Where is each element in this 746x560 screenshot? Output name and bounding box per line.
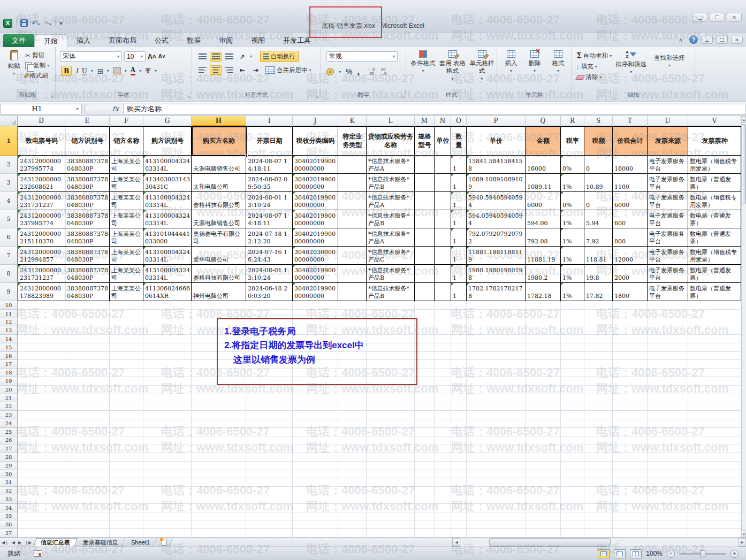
cell-I37[interactable]: [246, 529, 293, 538]
cell-O3[interactable]: 1: [451, 174, 467, 192]
cell-T29[interactable]: [613, 462, 648, 470]
cell-V16[interactable]: [688, 352, 741, 360]
cell-M34[interactable]: [415, 504, 435, 512]
annotation-text-box[interactable]: 1.登录电子税务局 2.将指定日期的发票导出到excel中 这里以销售发票为例: [217, 318, 417, 385]
cell-R2[interactable]: 0%: [561, 156, 584, 174]
name-box[interactable]: H1 ▾: [1, 104, 82, 114]
cell-P5[interactable]: 594.059405940594: [467, 210, 526, 228]
row-header-3[interactable]: 3: [0, 174, 18, 192]
cell-D31[interactable]: [18, 478, 65, 487]
header-cell-U1[interactable]: 发票来源: [648, 126, 688, 156]
cell-M5[interactable]: [415, 210, 435, 228]
cell-E27[interactable]: [65, 444, 110, 453]
cell-O2[interactable]: 1: [451, 156, 467, 174]
cell-H28[interactable]: [192, 453, 246, 462]
row-header-9[interactable]: 9: [0, 283, 18, 301]
decrease-indent-icon[interactable]: ⇤: [237, 65, 248, 75]
cell-N14[interactable]: [435, 335, 451, 343]
cell-O16[interactable]: [451, 352, 467, 360]
cell-S17[interactable]: [584, 360, 613, 369]
cell-N24[interactable]: [435, 419, 451, 428]
shrink-font-icon[interactable]: A˅: [158, 53, 165, 59]
cell-L6[interactable]: *信息技术服务*产品A: [367, 228, 415, 247]
cell-S33[interactable]: [584, 495, 613, 504]
cell-I35[interactable]: [246, 512, 293, 521]
font-color-icon[interactable]: A: [131, 66, 135, 75]
cell-U21[interactable]: [648, 394, 688, 403]
cell-M37[interactable]: [415, 529, 435, 538]
cell-R17[interactable]: [561, 360, 584, 369]
cell-M21[interactable]: [415, 394, 435, 403]
cell-D25[interactable]: [18, 428, 65, 436]
scroll-up-icon[interactable]: ▲: [742, 116, 746, 123]
cell-L23[interactable]: [367, 411, 415, 419]
column-header-U[interactable]: U: [648, 116, 688, 126]
cell-U35[interactable]: [648, 512, 688, 521]
header-cell-D1[interactable]: 数电票号码: [18, 126, 65, 156]
cell-N22[interactable]: [435, 402, 451, 411]
cell-K29[interactable]: [338, 462, 367, 470]
cell-V15[interactable]: [688, 343, 741, 352]
cell-H6[interactable]: 奥德赛电子有限公司: [192, 228, 246, 247]
cell-K30[interactable]: [338, 470, 367, 479]
row-header-36[interactable]: 36: [0, 520, 18, 529]
cell-Q8[interactable]: 1980.2: [526, 265, 561, 283]
cell-N6[interactable]: [435, 228, 451, 247]
align-left-icon[interactable]: [196, 65, 208, 75]
macro-record-icon[interactable]: [34, 550, 42, 557]
cell-G11[interactable]: [143, 310, 192, 318]
cell-F29[interactable]: [110, 462, 143, 470]
cell-S29[interactable]: [584, 462, 613, 470]
cell-H24[interactable]: [192, 419, 246, 428]
cell-R11[interactable]: [561, 310, 584, 318]
cell-H7[interactable]: 爱华电脑公司: [192, 247, 246, 265]
header-cell-H1[interactable]: 购买方名称: [192, 126, 246, 156]
cell-U9[interactable]: 电子发票服务平台: [648, 283, 688, 301]
cell-F5[interactable]: 上海某某公司: [110, 210, 143, 228]
cell-F10[interactable]: [110, 301, 143, 310]
cell-F24[interactable]: [110, 419, 143, 428]
cell-O36[interactable]: [451, 520, 467, 529]
column-header-Q[interactable]: Q: [526, 116, 561, 126]
page-break-view-button[interactable]: [630, 549, 642, 558]
cell-D37[interactable]: [18, 529, 65, 538]
cell-S24[interactable]: [584, 419, 613, 428]
cell-S20[interactable]: [584, 386, 613, 394]
cell-N3[interactable]: [435, 174, 451, 192]
cell-F17[interactable]: [110, 360, 143, 369]
cell-E9[interactable]: 38380887378048030P: [65, 283, 110, 301]
cell-U22[interactable]: [648, 402, 688, 411]
cell-R26[interactable]: [561, 436, 584, 445]
cell-R23[interactable]: [561, 411, 584, 419]
cell-S11[interactable]: [584, 310, 613, 318]
cell-P4[interactable]: 5940.59405940594: [467, 192, 526, 210]
cell-N18[interactable]: [435, 369, 451, 377]
cell-T17[interactable]: [613, 360, 648, 369]
cell-V18[interactable]: [688, 369, 741, 377]
cell-Q26[interactable]: [526, 436, 561, 445]
cell-V11[interactable]: [688, 310, 741, 318]
cell-E24[interactable]: [65, 419, 110, 428]
cell-R24[interactable]: [561, 419, 584, 428]
header-cell-L1[interactable]: 货物或应税劳务名称: [367, 126, 415, 156]
number-format-select[interactable]: 常规▾: [326, 51, 398, 62]
number-dialog-launcher[interactable]: ↘: [400, 94, 404, 99]
cell-O33[interactable]: [451, 495, 467, 504]
cell-T37[interactable]: [613, 529, 648, 538]
clipboard-dialog-launcher[interactable]: ↘: [50, 94, 54, 99]
row-header-29[interactable]: 29: [0, 462, 18, 470]
font-dialog-launcher[interactable]: ↘: [186, 94, 190, 99]
first-sheet-icon[interactable]: ◀❘: [2, 540, 9, 545]
align-bottom-icon[interactable]: [223, 52, 235, 62]
cell-P12[interactable]: [467, 318, 526, 327]
accounting-format-icon[interactable]: ¥: [326, 68, 334, 75]
cell-N33[interactable]: [435, 495, 451, 504]
cell-E15[interactable]: [65, 343, 110, 352]
cell-V31[interactable]: [688, 478, 741, 487]
cell-D30[interactable]: [18, 470, 65, 479]
cell-D33[interactable]: [18, 495, 65, 504]
cell-K7[interactable]: [338, 247, 367, 265]
cell-M30[interactable]: [415, 470, 435, 479]
column-header-G[interactable]: G: [143, 116, 192, 126]
cell-U4[interactable]: 电子发票服务平台: [648, 192, 688, 210]
